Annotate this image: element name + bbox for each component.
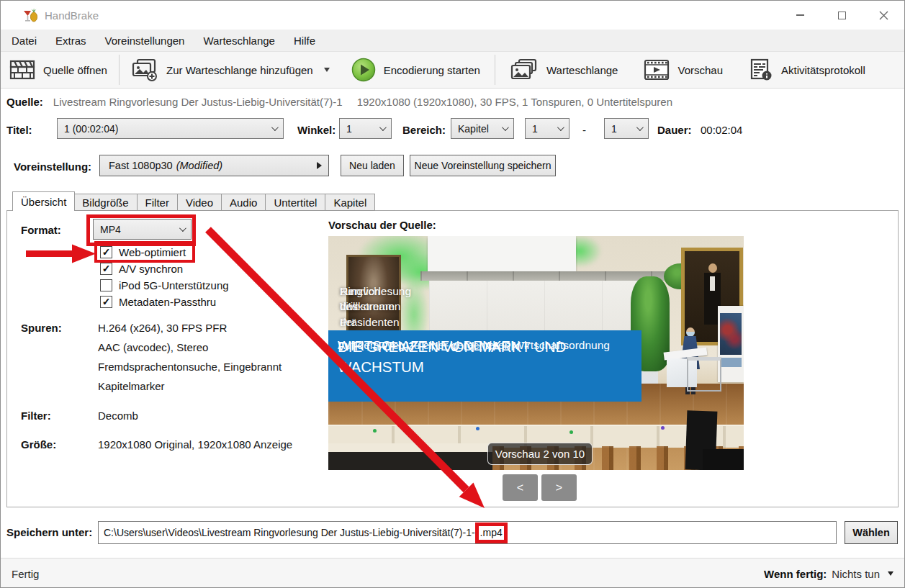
side-table xyxy=(687,357,721,392)
checkbox-label: iPod 5G-Unterstützung xyxy=(119,279,229,291)
tab-label: Audio xyxy=(230,196,257,209)
status-text: Fertig xyxy=(12,568,39,580)
maximize-button[interactable] xyxy=(821,1,863,30)
activity-log-button[interactable]: Aktivitätsprotokoll xyxy=(740,54,874,86)
destination-extension-text: .mp4 xyxy=(480,527,503,538)
format-label: Format: xyxy=(21,224,61,236)
preset-modified-flag: (Modified) xyxy=(176,160,222,171)
ipod-support-checkbox[interactable]: iPod 5G-Unterstützung xyxy=(100,278,229,292)
preview-counter-text: Vorschau 2 von 10 xyxy=(495,448,585,460)
dropdown-caret-icon[interactable] xyxy=(888,571,893,576)
save-new-preset-button[interactable]: Neue Voreinstellung speichern xyxy=(410,155,556,176)
lecture-title-banner: WIRTSCHAFT NEU DENKEN - DIE GRENZEN VON … xyxy=(328,330,641,402)
add-to-queue-icon xyxy=(131,58,158,81)
tab-filter[interactable]: Filter xyxy=(138,194,178,211)
toolbar-separator xyxy=(495,55,495,85)
source-row: Quelle: Livestream Ringvorlesung Der Jus… xyxy=(6,96,672,108)
activity-log-label: Aktivitätsprotokoll xyxy=(781,64,865,76)
menu-extras[interactable]: Extras xyxy=(46,30,96,51)
maximize-icon xyxy=(838,12,846,19)
app-icon xyxy=(23,7,39,23)
av-sync-checkbox[interactable]: ✓ A/V synchron xyxy=(100,261,183,276)
track-audio: AAC (avcodec), Stereo xyxy=(98,341,208,353)
portrait-head xyxy=(708,263,717,273)
preview-button[interactable]: Vorschau xyxy=(635,54,731,86)
close-icon xyxy=(879,11,888,20)
save-new-preset-label: Neue Voreinstellung speichern xyxy=(415,160,551,171)
when-done-label: Wenn fertig: xyxy=(764,568,827,580)
banner-line: Auf dem Weg zu einer gerechteren Wirtsch… xyxy=(338,337,610,353)
when-done-dropdown[interactable]: Nichts tun xyxy=(832,568,880,580)
duration-label: Dauer: xyxy=(657,124,692,136)
browse-button[interactable]: Wählen xyxy=(845,521,898,544)
toolbar: Quelle öffnen Zur Warteschlange hinzufüg… xyxy=(1,51,904,89)
web-optimized-checkbox[interactable]: ✓ Web-optimiert xyxy=(100,245,186,259)
minimize-icon xyxy=(796,14,804,16)
tab-uebersicht[interactable]: Übersicht xyxy=(12,191,75,211)
preview-prev-button[interactable]: < xyxy=(503,474,538,501)
checkbox-label: A/V synchron xyxy=(119,263,183,275)
menu-datei[interactable]: Datei xyxy=(2,30,46,51)
rollup-banner-image xyxy=(720,313,742,355)
front-table-top xyxy=(328,443,492,452)
close-button[interactable] xyxy=(863,1,904,30)
preset-dropdown[interactable]: Fast 1080p30 (Modified) xyxy=(99,155,329,176)
tab-video[interactable]: Video xyxy=(178,194,222,211)
format-select[interactable]: MP4 xyxy=(93,219,192,240)
table-dot xyxy=(476,427,479,430)
angle-label: Winkel: xyxy=(297,124,336,136)
welcome-line: Ringvorlesung des Präsidenten xyxy=(340,284,411,330)
checkbox-label: Metadaten-Passthru xyxy=(119,296,216,308)
title-select[interactable]: 1 (00:02:04) xyxy=(57,118,284,139)
metadata-passthru-checkbox[interactable]: ✓ Metadaten-Passthru xyxy=(100,294,216,309)
format-select-value: MP4 xyxy=(100,224,121,235)
filters-value: Decomb xyxy=(98,410,138,422)
chevron-down-icon xyxy=(271,124,279,131)
menu-bar: Datei Extras Voreinstellungen Warteschla… xyxy=(1,30,904,51)
menu-warteschlange[interactable]: Warteschlange xyxy=(194,30,284,51)
destination-path-text: C:\Users\user\Videos\Livestream Ringvorl… xyxy=(104,527,475,538)
range-from-select[interactable]: 1 xyxy=(525,118,569,139)
source-details: 1920x1080 (1920x1080), 30 FPS, 1 Tonspur… xyxy=(357,96,672,108)
rollup-banner xyxy=(718,306,744,382)
queue-button[interactable]: Warteschlange xyxy=(501,54,627,86)
preview-label: Vorschau xyxy=(677,64,723,76)
tab-audio[interactable]: Audio xyxy=(222,194,266,211)
tab-label: Bildgröße xyxy=(82,196,128,209)
projector-screen xyxy=(428,236,576,271)
tab-bildgroesse[interactable]: Bildgröße xyxy=(74,194,137,211)
minimize-button[interactable] xyxy=(779,1,821,30)
range-dash: - xyxy=(582,124,586,136)
reload-preset-label: Neu laden xyxy=(349,160,395,171)
angle-select[interactable]: 1 xyxy=(339,118,392,139)
handbrake-window: HandBrake Datei Extras Voreinstellungen … xyxy=(0,0,905,588)
toolbar-separator xyxy=(119,55,120,85)
range-to-value: 1 xyxy=(611,123,617,135)
chevron-down-icon xyxy=(557,124,564,131)
add-to-queue-button[interactable]: Zur Warteschlange hinzufügen xyxy=(122,54,338,86)
duration-value: 00:02:04 xyxy=(701,124,742,136)
activity-log-icon xyxy=(749,58,773,81)
preview-icon xyxy=(644,59,670,81)
open-source-button[interactable]: Quelle öffnen xyxy=(1,54,116,86)
start-encode-button[interactable]: Encodierung starten xyxy=(343,54,489,86)
tab-kapitel[interactable]: Kapitel xyxy=(325,194,375,211)
tab-label: Kapitel xyxy=(333,196,366,209)
window-title: HandBrake xyxy=(45,9,99,22)
destination-path-input[interactable]: C:\Users\user\Videos\Livestream Ringvorl… xyxy=(98,521,837,544)
preview-next-button[interactable]: > xyxy=(541,474,577,501)
reload-preset-button[interactable]: Neu laden xyxy=(341,155,404,176)
menu-hilfe[interactable]: Hilfe xyxy=(284,30,325,51)
range-mode-select[interactable]: Kapitel xyxy=(451,118,514,139)
equipment-case xyxy=(703,449,744,470)
open-source-icon xyxy=(9,59,35,81)
range-to-select[interactable]: 1 xyxy=(604,118,649,139)
source-label: Quelle: xyxy=(6,96,43,108)
range-mode-value: Kapitel xyxy=(458,123,489,135)
chevron-down-icon xyxy=(379,124,387,131)
checkbox-label: Web-optimiert xyxy=(119,246,186,258)
menu-voreinstellungen[interactable]: Voreinstellungen xyxy=(96,30,194,51)
tab-untertitel[interactable]: Untertitel xyxy=(266,194,325,211)
tab-label: Filter xyxy=(145,196,169,209)
preset-value: Fast 1080p30 xyxy=(109,160,173,171)
